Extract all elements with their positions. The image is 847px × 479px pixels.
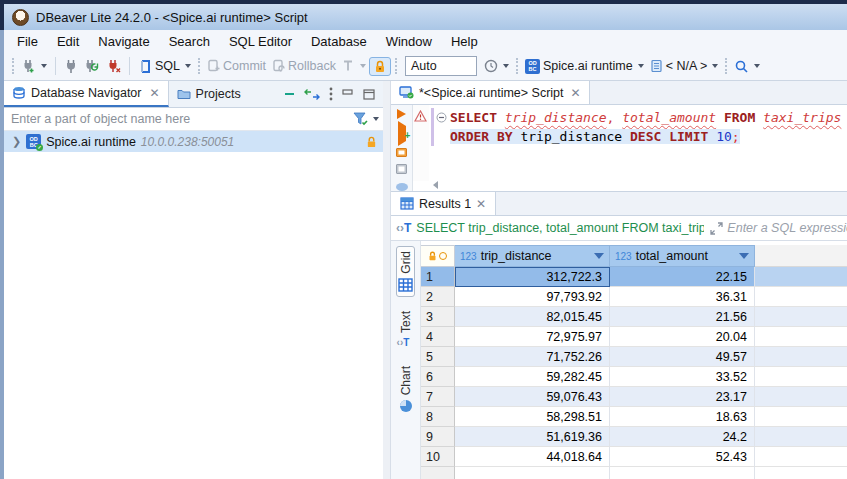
rollback-button[interactable]: Rollback [269, 57, 339, 75]
chevron-down-icon[interactable] [373, 117, 379, 121]
grid-cell-trip-distance[interactable]: 59,282.45 [455, 367, 610, 387]
sort-dropdown-icon[interactable] [594, 253, 604, 259]
column-header-total-amount[interactable]: 123 total_amount [610, 245, 755, 267]
active-database-selector[interactable]: < N/A > [647, 57, 722, 75]
tab-results-1[interactable]: Results 1 ✕ [391, 192, 496, 215]
grid-cell-trip-distance[interactable]: 82,015.45 [455, 307, 610, 327]
rollback-label: Rollback [288, 59, 336, 73]
sql-expression-input[interactable] [727, 221, 847, 235]
tab-grid[interactable]: Grid [396, 246, 415, 297]
grid-cell-trip-distance[interactable]: 58,298.51 [455, 407, 610, 427]
view-menu-icon[interactable] [329, 87, 333, 101]
tab-database-navigator[interactable]: Database Navigator ✕ [4, 81, 169, 107]
grid-cell-total-amount[interactable]: 52.43 [610, 447, 755, 467]
chevron-down-icon[interactable] [712, 64, 718, 68]
execute-statement-icon[interactable] [397, 109, 406, 119]
grid-cell-trip-distance[interactable]: 59,076.43 [455, 387, 610, 407]
row-number-cell[interactable]: 8 [421, 407, 455, 427]
chevron-down-icon[interactable] [503, 64, 509, 68]
column-header-trip-distance[interactable]: 123 trip_distance [455, 245, 610, 267]
grid-cell-total-amount[interactable]: 49.57 [610, 347, 755, 367]
grid-cell-total-amount[interactable]: 36.31 [610, 287, 755, 307]
tab-chart[interactable]: Chart [398, 362, 414, 417]
row-number-cell[interactable]: 1 [421, 267, 455, 287]
maximize-view-icon[interactable] [363, 89, 375, 100]
minimize-view-icon[interactable] [342, 89, 354, 99]
grid-cell-total-amount[interactable]: 22.15 [610, 267, 755, 287]
collapse-fold-icon[interactable] [436, 112, 447, 123]
row-number-cell[interactable]: 9 [421, 427, 455, 447]
menu-navigate[interactable]: Navigate [98, 34, 149, 49]
autocommit-combo[interactable]: Auto [405, 56, 477, 76]
close-icon[interactable]: ✕ [571, 86, 581, 100]
menu-edit[interactable]: Edit [57, 34, 79, 49]
new-connection-button[interactable] [18, 57, 50, 76]
sort-dropdown-icon[interactable] [739, 253, 749, 259]
transaction-log-button[interactable] [481, 57, 512, 75]
link-editor-icon[interactable] [304, 89, 320, 100]
menu-search[interactable]: Search [169, 34, 210, 49]
menu-database[interactable]: Database [311, 34, 367, 49]
grid-cell-trip-distance[interactable]: 71,752.26 [455, 347, 610, 367]
grid-cell-total-amount[interactable]: 23.17 [610, 387, 755, 407]
grid-cell-total-amount[interactable]: 33.52 [610, 367, 755, 387]
grid-cell-trip-distance[interactable]: 312,722.3 [455, 267, 610, 287]
row-number-cell[interactable]: 6 [421, 367, 455, 387]
close-icon[interactable]: ✕ [476, 197, 486, 211]
filter-funnel-icon[interactable] [353, 112, 368, 126]
connection-lock-toggle[interactable] [369, 57, 391, 76]
partial-icon[interactable] [396, 183, 408, 191]
chevron-down-icon[interactable] [360, 64, 366, 68]
grid-cell-trip-distance[interactable]: 51,619.36 [455, 427, 610, 447]
title-bar[interactable]: DBeaver Lite 24.2.0 - <Spice.ai runtime>… [4, 4, 847, 30]
grid-cell-trip-distance[interactable]: 97,793.92 [455, 287, 610, 307]
grid-cell-trip-distance[interactable]: 44,018.64 [455, 447, 610, 467]
chevron-down-icon[interactable] [754, 64, 760, 68]
transaction-mode-button[interactable] [339, 57, 369, 75]
sql-code-area[interactable]: SELECT trip_distance, total_amount FROM … [450, 108, 847, 146]
row-number-cell[interactable]: 7 [421, 387, 455, 407]
connection-tree-item[interactable]: ❯ ODBC✓ Spice.ai runtime 10.0.0.238:5005… [4, 131, 383, 152]
chevron-down-icon[interactable] [185, 64, 191, 68]
disconnect-button[interactable] [103, 57, 124, 76]
row-number-cell[interactable]: 5 [421, 347, 455, 367]
grid-corner-cell[interactable] [421, 245, 455, 267]
chevron-down-icon[interactable] [638, 64, 644, 68]
grid-cell-total-amount[interactable]: 20.04 [610, 327, 755, 347]
row-number-cell[interactable]: 4 [421, 327, 455, 347]
object-filter-input[interactable] [11, 112, 353, 126]
tab-text[interactable]: Text ‹›T [396, 307, 416, 352]
close-icon[interactable]: ✕ [149, 86, 159, 100]
execute-script-icon[interactable] [396, 148, 407, 157]
execute-new-tab-icon[interactable]: + [398, 126, 406, 141]
row-number-cell[interactable]: 3 [421, 307, 455, 327]
connect-button[interactable] [61, 57, 81, 76]
grid-cell-total-amount[interactable]: 18.63 [610, 407, 755, 427]
grid-cell-total-amount[interactable]: 24.2 [610, 427, 755, 447]
menu-help[interactable]: Help [451, 34, 478, 49]
tab-sql-script[interactable]: *<Spice.ai runtime> Script ✕ [391, 81, 590, 104]
commit-button[interactable]: Commit [204, 57, 269, 75]
row-number-cell[interactable]: 10 [421, 447, 455, 467]
grid-cell-total-amount[interactable]: 21.56 [610, 307, 755, 327]
reconnect-button[interactable] [81, 57, 103, 76]
dbeaver-window: DBeaver Lite 24.2.0 - <Spice.ai runtime>… [0, 0, 847, 479]
hscroll-left-arrow[interactable] [433, 181, 438, 189]
new-sql-editor-button[interactable]: SQL [135, 57, 194, 76]
menu-sql-editor[interactable]: SQL Editor [229, 34, 292, 49]
expand-filter-icon[interactable] [710, 222, 723, 235]
search-button[interactable] [731, 57, 763, 76]
expander-chevron-icon[interactable]: ❯ [12, 135, 21, 148]
grid-cell-trip-distance[interactable]: 72,975.97 [455, 327, 610, 347]
numeric-type-icon: 123 [460, 251, 477, 262]
menu-file[interactable]: File [17, 34, 38, 49]
explain-plan-icon[interactable] [396, 164, 407, 173]
row-number-cell[interactable]: 2 [421, 287, 455, 307]
chevron-down-icon[interactable] [41, 64, 47, 68]
menu-window[interactable]: Window [386, 34, 432, 49]
collapse-all-icon[interactable] [284, 89, 295, 99]
sql-semicolon: ; [732, 129, 740, 144]
active-connection-selector[interactable]: ODBC Spice.ai runtime [522, 57, 647, 76]
tab-projects[interactable]: Projects [169, 81, 249, 107]
panel-splitter[interactable] [383, 81, 391, 479]
